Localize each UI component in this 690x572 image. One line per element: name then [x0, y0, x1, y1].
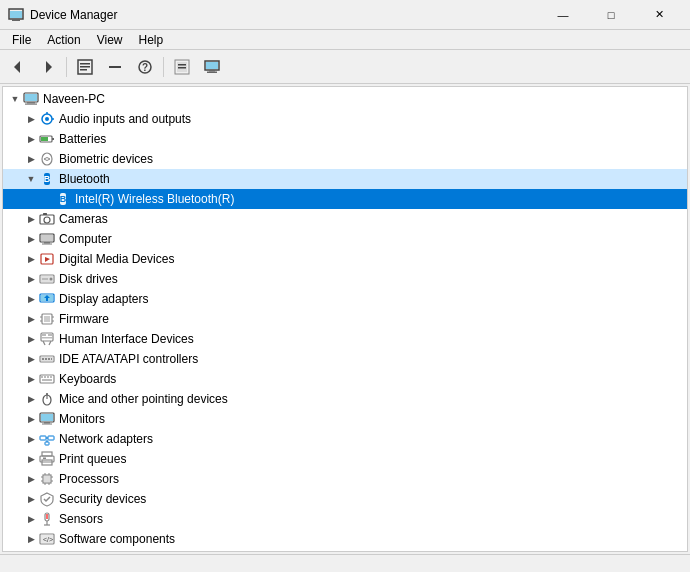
svg-rect-19	[207, 71, 217, 73]
tree-item-bt-intel[interactable]: B Intel(R) Wireless Bluetooth(R)	[3, 189, 687, 209]
expander-digital-media[interactable]: ▶	[23, 251, 39, 267]
tree-item-sw-devices[interactable]: ▶ Software devices	[3, 549, 687, 551]
menu-view[interactable]: View	[89, 31, 131, 49]
tree-item-digital-media[interactable]: ▶ Digital Media Devices	[3, 249, 687, 269]
toolbar-update[interactable]	[168, 53, 196, 81]
svg-rect-71	[41, 376, 43, 378]
svg-rect-21	[25, 94, 37, 101]
computer-dev-icon	[39, 231, 55, 247]
tree-item-security[interactable]: ▶ Security devices	[3, 489, 687, 509]
tree-item-firmware[interactable]: ▶ Firmware	[3, 309, 687, 329]
expander-sensors[interactable]: ▶	[23, 511, 39, 527]
expander-naveen-pc[interactable]: ▼	[7, 91, 23, 107]
print-icon	[39, 451, 55, 467]
svg-marker-4	[46, 61, 52, 73]
tree-item-network[interactable]: ▶ Network adapters	[3, 429, 687, 449]
svg-rect-29	[52, 138, 54, 140]
tree-item-display[interactable]: ▶ Display adapters	[3, 289, 687, 309]
processor-icon	[39, 471, 55, 487]
tree-item-naveen-pc[interactable]: ▼ Naveen-PC	[3, 89, 687, 109]
tree-item-processors[interactable]: ▶ Processors	[3, 469, 687, 489]
svg-rect-42	[42, 244, 52, 245]
svg-rect-7	[80, 66, 90, 68]
tree-item-monitors[interactable]: ▶ Monitors	[3, 409, 687, 429]
svg-rect-103	[46, 514, 48, 519]
security-label: Security devices	[59, 492, 146, 506]
svg-rect-17	[206, 62, 218, 69]
expander-keyboards[interactable]: ▶	[23, 371, 39, 387]
disk-icon	[39, 271, 55, 287]
tree-item-bluetooth[interactable]: ▼ B Bluetooth	[3, 169, 687, 189]
expander-ide[interactable]: ▶	[23, 351, 39, 367]
app-icon	[8, 7, 24, 23]
svg-rect-22	[27, 102, 35, 104]
maximize-button[interactable]: □	[588, 0, 634, 30]
toolbar-computer[interactable]	[198, 53, 226, 81]
svg-rect-60	[48, 334, 52, 336]
svg-rect-6	[80, 63, 90, 65]
tree-item-batteries[interactable]: ▶ Batteries	[3, 129, 687, 149]
tree-item-ide[interactable]: ▶ IDE ATA/ATAPI controllers	[3, 349, 687, 369]
expander-sw-components[interactable]: ▶	[23, 531, 39, 547]
tree-item-audio[interactable]: ▶ Audio inputs and outputs	[3, 109, 687, 129]
tree-item-sensors[interactable]: ▶ Sensors	[3, 509, 687, 529]
toolbar-properties[interactable]	[71, 53, 99, 81]
expander-disk[interactable]: ▶	[23, 271, 39, 287]
svg-point-78	[46, 393, 48, 395]
expander-processors[interactable]: ▶	[23, 471, 39, 487]
menu-file[interactable]: File	[4, 31, 39, 49]
bt-intel-label: Intel(R) Wireless Bluetooth(R)	[75, 192, 234, 206]
menu-action[interactable]: Action	[39, 31, 88, 49]
svg-rect-86	[45, 442, 49, 445]
svg-rect-82	[42, 424, 52, 425]
expander-firmware[interactable]: ▶	[23, 311, 39, 327]
expander-network[interactable]: ▶	[23, 431, 39, 447]
sensors-label: Sensors	[59, 512, 103, 526]
print-label: Print queues	[59, 452, 126, 466]
hid-icon	[39, 331, 55, 347]
biometric-label: Biometric devices	[59, 152, 153, 166]
expander-audio[interactable]: ▶	[23, 111, 39, 127]
expander-mice[interactable]: ▶	[23, 391, 39, 407]
expander-computer[interactable]: ▶	[23, 231, 39, 247]
expander-display[interactable]: ▶	[23, 291, 39, 307]
expander-security[interactable]: ▶	[23, 491, 39, 507]
expander-biometric[interactable]: ▶	[23, 151, 39, 167]
tree-item-computer[interactable]: ▶ Computer	[3, 229, 687, 249]
monitors-label: Monitors	[59, 412, 105, 426]
expander-batteries[interactable]: ▶	[23, 131, 39, 147]
toolbar-back[interactable]	[4, 53, 32, 81]
expander-bluetooth[interactable]: ▼	[23, 171, 39, 187]
expander-print[interactable]: ▶	[23, 451, 39, 467]
sw-components-icon: </>	[39, 531, 55, 547]
tree-item-cameras[interactable]: ▶ Cameras	[3, 209, 687, 229]
tree-item-print[interactable]: ▶ Print queues	[3, 449, 687, 469]
expander-cameras[interactable]: ▶	[23, 211, 39, 227]
expander-hid[interactable]: ▶	[23, 331, 39, 347]
hid-label: Human Interface Devices	[59, 332, 194, 346]
tree-item-biometric[interactable]: ▶ Biometric devices	[3, 149, 687, 169]
svg-rect-69	[51, 358, 52, 360]
tree-item-hid[interactable]: ▶ Human Interface Devices	[3, 329, 687, 349]
cameras-label: Cameras	[59, 212, 108, 226]
window-title: Device Manager	[30, 8, 540, 22]
audio-icon	[39, 111, 55, 127]
toolbar-forward[interactable]	[34, 53, 62, 81]
device-tree[interactable]: ▼ Naveen-PC ▶	[3, 87, 687, 551]
tree-item-keyboards[interactable]: ▶ Keyboards	[3, 369, 687, 389]
toolbar-disable[interactable]	[101, 53, 129, 81]
tree-item-disk[interactable]: ▶ Disk drives	[3, 269, 687, 289]
svg-line-63	[49, 341, 51, 345]
tree-item-sw-components[interactable]: ▶ </> Software components	[3, 529, 687, 549]
svg-text:?: ?	[142, 62, 148, 73]
toolbar-help[interactable]: ?	[131, 53, 159, 81]
minimize-button[interactable]: —	[540, 0, 586, 30]
svg-rect-41	[44, 242, 50, 244]
svg-rect-80	[41, 414, 53, 421]
keyboards-label: Keyboards	[59, 372, 116, 386]
close-button[interactable]: ✕	[636, 0, 682, 30]
menu-help[interactable]: Help	[131, 31, 172, 49]
tree-item-mice[interactable]: ▶ Mice and other pointing devices	[3, 389, 687, 409]
expander-monitors[interactable]: ▶	[23, 411, 39, 427]
svg-rect-91	[43, 458, 46, 460]
